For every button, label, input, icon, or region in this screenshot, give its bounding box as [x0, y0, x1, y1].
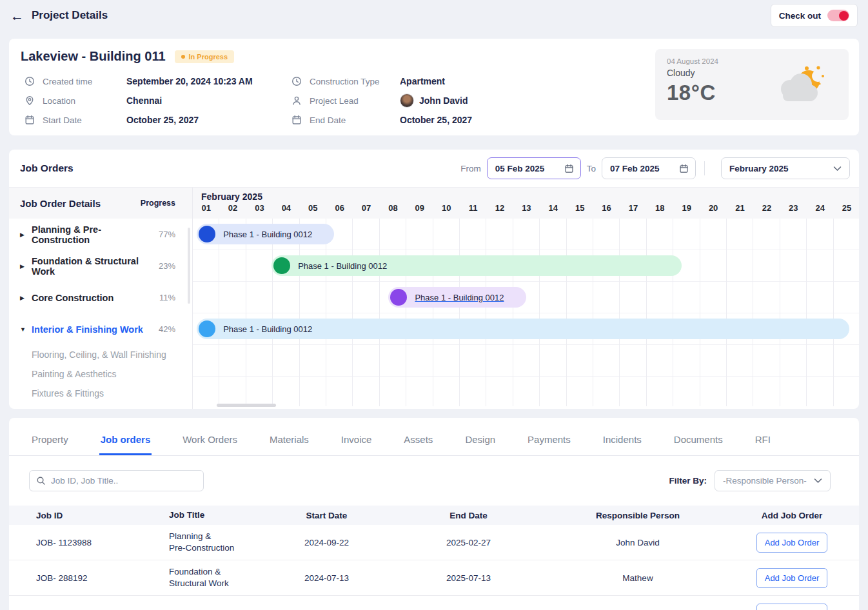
tab-job-orders[interactable]: Job orders: [99, 422, 152, 455]
back-arrow-icon[interactable]: ←: [10, 9, 24, 23]
job-order-subitem[interactable]: Painting & Aesthetics: [9, 364, 192, 384]
job-order-progress: 42%: [159, 324, 175, 334]
gantt-day-label: 11: [460, 203, 486, 213]
gantt-bar-label: Phase 1 - Building 0012: [415, 293, 504, 302]
status-dot-icon: [181, 55, 185, 59]
job-order-group[interactable]: ▼Interior & Finishing Work42%: [9, 313, 192, 345]
table-body: JOB- 1123988Planning & Pre-Construction2…: [9, 525, 859, 610]
job-orders-card: Job Orders From 05 Feb 2025 To 07 Feb 20…: [9, 150, 859, 409]
gantt-day-label: 20: [700, 203, 726, 213]
job-order-subitem[interactable]: Flooring, Ceiling, & Wall Finishing: [9, 345, 192, 364]
gantt-bar-label: Phase 1 - Building 0012: [223, 324, 312, 334]
add-job-order-button[interactable]: Add Job Order: [756, 533, 828, 553]
gantt-day-label: 18: [647, 203, 673, 213]
gantt-day-label: 10: [433, 203, 460, 213]
job-order-group[interactable]: ▶Foundation & Structural Work23%: [9, 250, 192, 282]
cell-start-date: 2024-07-13: [267, 573, 386, 583]
gantt-bar-label: Phase 1 - Building 0012: [223, 230, 312, 239]
chevron-down-icon: [814, 478, 822, 484]
field-end-date: End Date October 25, 2027: [291, 110, 537, 130]
gantt-bar[interactable]: Phase 1 - Building 0012: [271, 255, 681, 276]
tab-incidents[interactable]: Incidents: [602, 422, 643, 455]
triangle-right-icon: ▶: [20, 263, 32, 270]
calendar-icon: [679, 164, 689, 173]
field-label: Construction Type: [310, 77, 400, 86]
gantt-day-header: 0102030405060708091011121314151617181920…: [193, 203, 859, 213]
to-date-input[interactable]: 07 Feb 2025: [602, 157, 696, 179]
tab-invoice[interactable]: Invoice: [340, 422, 373, 455]
from-date-input[interactable]: 05 Feb 2025: [487, 157, 581, 179]
gantt-day-label: 01: [193, 203, 219, 213]
tab-property[interactable]: Property: [30, 422, 70, 455]
cell-responsible: John David: [551, 538, 725, 547]
cell-end-date: 2025-07-13: [386, 573, 551, 583]
gantt-day-label: 22: [753, 203, 780, 213]
cloudy-sun-icon: [769, 63, 834, 112]
checkout-toggle[interactable]: [827, 10, 849, 21]
tab-documents[interactable]: Documents: [673, 422, 724, 455]
tab-assets[interactable]: Assets: [402, 422, 434, 455]
avatar: [400, 93, 414, 108]
cell-job-title: Planning & Pre-Construction: [144, 531, 267, 554]
field-location: Location Chennai: [25, 91, 291, 110]
gantt-bar[interactable]: Phase 1 - Building 0012: [197, 319, 849, 339]
table-header: Job ID Job Title Start Date End Date Res…: [9, 506, 859, 525]
gantt-bar[interactable]: Phase 1 - Building 0012: [197, 224, 334, 244]
checkout-control: Check out: [771, 4, 858, 27]
job-orders-title: Job Orders: [20, 162, 74, 174]
cell-add: Add Job Order: [725, 568, 859, 588]
cell-add: Add Job Order: [725, 533, 859, 553]
field-value: September 20, 2024 10:23 AM: [126, 76, 253, 86]
tab-materials[interactable]: Materials: [268, 422, 310, 455]
gantt-bar-dot: [199, 320, 215, 337]
job-order-group[interactable]: ▶Core Construction11%: [9, 282, 192, 313]
table-row: JOB- 1123988Planning & Pre-Construction2…: [9, 525, 859, 560]
column-header-end-date: End Date: [386, 511, 551, 520]
calendar-icon: [564, 164, 574, 173]
filter-select-value: -Responsible Person-: [723, 476, 807, 486]
gantt-day-label: 24: [807, 203, 833, 213]
gantt-day-label: 19: [673, 203, 700, 213]
gantt-day-label: 14: [540, 203, 566, 213]
gantt-day-label: 25: [833, 203, 859, 213]
vertical-scrollbar[interactable]: [188, 228, 190, 304]
column-header-start-date: Start Date: [267, 511, 386, 520]
clock-icon: [291, 76, 302, 87]
search-box: [29, 470, 204, 491]
project-lead-name: John David: [419, 95, 468, 106]
job-order-subitem[interactable]: Fixtures & Fittings: [9, 384, 192, 403]
search-input[interactable]: [51, 476, 197, 486]
gantt-bar[interactable]: Phase 1 - Building 0012: [388, 287, 526, 308]
tab-bar: PropertyJob ordersWork OrdersMaterialsIn…: [9, 418, 859, 456]
project-name: Lakeview - Building 011: [21, 49, 166, 64]
gantt-day-label: 13: [513, 203, 540, 213]
tab-work-orders[interactable]: Work Orders: [181, 422, 239, 455]
gantt-day-label: 06: [326, 203, 353, 213]
gantt-bar-label: Phase 1 - Building 0012: [298, 261, 387, 271]
field-value: Apartment: [400, 76, 445, 86]
gantt-day-label: 09: [406, 203, 433, 213]
gantt-month-label: February 2025: [193, 188, 859, 203]
add-job-order-button[interactable]: Add Job Order: [756, 604, 828, 610]
job-order-group[interactable]: ▶Planning & Pre-Construction77%: [9, 219, 192, 250]
tab-rfi[interactable]: RFI: [754, 422, 772, 455]
add-job-order-button[interactable]: Add Job Order: [756, 568, 828, 588]
responsible-person-select[interactable]: -Responsible Person-: [715, 470, 831, 491]
column-header-job-title: Job Title: [144, 509, 267, 521]
gantt-bar-dot: [390, 289, 407, 306]
month-select[interactable]: February 2025: [721, 157, 850, 179]
gantt-chart: February 2025 01020304050607080910111213…: [193, 188, 859, 409]
field-created-time: Created time September 20, 2024 10:23 AM: [25, 72, 291, 91]
column-header-add: Add Job Order: [725, 511, 859, 520]
horizontal-scrollbar[interactable]: [217, 404, 276, 407]
gantt-day-label: 02: [219, 203, 246, 213]
gantt-day-label: 12: [486, 203, 513, 213]
gantt-day-label: 17: [620, 203, 646, 213]
tab-design[interactable]: Design: [464, 422, 497, 455]
from-label: From: [460, 164, 481, 173]
field-label: Project Lead: [310, 96, 400, 106]
page-title: Project Details: [32, 9, 108, 22]
job-order-progress: 11%: [159, 293, 175, 302]
tab-payments[interactable]: Payments: [526, 422, 572, 455]
field-value: Chennai: [126, 95, 162, 106]
